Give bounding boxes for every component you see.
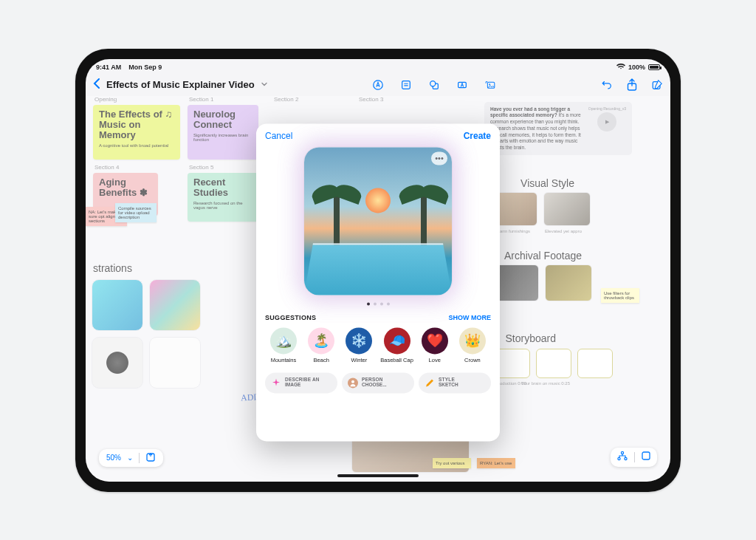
- suggestion-item[interactable]: ❤️Love: [418, 327, 452, 363]
- suggestion-item[interactable]: 🏝️Beach: [304, 327, 338, 363]
- svg-point-15: [625, 457, 627, 459]
- dot-icon: [380, 302, 383, 305]
- pill-sub: CHOOSE...: [362, 383, 387, 388]
- status-right: 100%: [616, 63, 660, 71]
- svg-point-5: [430, 81, 436, 86]
- undo-icon[interactable]: [601, 79, 613, 91]
- suggestion-label: Winter: [351, 357, 368, 363]
- suggestion-icon: ❄️: [346, 327, 372, 354]
- shapes-icon[interactable]: [428, 79, 440, 91]
- person-icon: [348, 377, 358, 388]
- title-chevron-icon[interactable]: [261, 81, 268, 89]
- view-controls: [611, 448, 657, 467]
- toolbar-right: [601, 79, 663, 91]
- toolbar-center: [372, 79, 496, 91]
- zoom-value: 50%: [106, 454, 121, 462]
- back-icon[interactable]: [93, 77, 100, 92]
- style-sketch-pill[interactable]: STYLE SKETCH: [419, 372, 491, 393]
- suggestion-item[interactable]: 👑Crown: [456, 327, 489, 363]
- org-chart-icon[interactable]: [616, 451, 628, 464]
- suggestion-icon: 🧢: [384, 327, 410, 354]
- suggestion-icon: 👑: [459, 327, 486, 354]
- generated-image-preview[interactable]: •••: [304, 147, 452, 295]
- markup-icon[interactable]: [372, 79, 384, 91]
- suggestions-label: SUGGESTIONS: [265, 314, 316, 321]
- suggestions-row: 🏔️Mountains🏝️Beach❄️Winter🧢Baseball Cap❤…: [265, 327, 491, 363]
- chevron-down-icon: ⌄: [127, 454, 133, 462]
- share-icon[interactable]: [626, 79, 638, 91]
- compose-icon[interactable]: [651, 79, 663, 91]
- zoom-control[interactable]: 50% ⌄: [99, 449, 163, 467]
- create-button[interactable]: Create: [464, 131, 491, 141]
- document-title[interactable]: Effects of Music Explainer Video: [106, 79, 255, 90]
- toolbar: Effects of Music Explainer Video: [86, 74, 670, 96]
- dot-icon: [367, 302, 370, 305]
- note-icon[interactable]: [400, 79, 412, 91]
- suggestion-label: Mountains: [271, 357, 297, 363]
- suggestion-item[interactable]: 🧢Baseball Cap: [380, 327, 414, 363]
- image-icon[interactable]: [484, 79, 496, 91]
- svg-point-8: [489, 83, 491, 85]
- dot-icon: [374, 302, 377, 305]
- suggestion-item[interactable]: 🏔️Mountains: [267, 327, 300, 363]
- describe-image-pill[interactable]: DESCRIBE AN IMAGE: [265, 372, 337, 393]
- suggestion-item[interactable]: ❄️Winter: [342, 327, 376, 363]
- textbox-icon[interactable]: [456, 79, 468, 91]
- svg-point-14: [618, 457, 620, 459]
- battery-icon: [648, 64, 660, 70]
- battery-pct: 100%: [628, 64, 645, 71]
- pill-sub: SKETCH: [439, 383, 458, 388]
- suggestion-icon: 🏝️: [308, 327, 334, 354]
- freeform-canvas[interactable]: Opening Section 1 Section 2 Section 3 Se…: [86, 96, 670, 482]
- pagination-dots[interactable]: [265, 302, 491, 305]
- suggestion-label: Baseball Cap: [380, 357, 413, 363]
- cancel-button[interactable]: Cancel: [265, 131, 292, 141]
- wifi-icon: [616, 63, 625, 71]
- status-left: 9:41 AM Mon Sep 9: [96, 64, 162, 71]
- sparkle-icon: [271, 377, 281, 388]
- suggestion-label: Love: [429, 357, 441, 363]
- suggestion-label: Beach: [314, 357, 329, 363]
- more-icon[interactable]: •••: [431, 151, 447, 165]
- status-time: 9:41 AM: [96, 64, 121, 71]
- image-generation-modal: Cancel Create •••: [256, 123, 500, 441]
- status-date: Mon Sep 9: [128, 64, 162, 71]
- fit-icon[interactable]: [145, 452, 156, 464]
- dot-icon: [387, 302, 390, 305]
- pencil-icon: [425, 377, 435, 388]
- show-more-button[interactable]: SHOW MORE: [449, 314, 492, 321]
- suggestion-label: Crown: [464, 357, 481, 363]
- svg-point-13: [621, 451, 623, 454]
- svg-point-11: [351, 380, 354, 383]
- square-icon[interactable]: [641, 451, 651, 464]
- svg-rect-16: [642, 452, 650, 459]
- svg-rect-1: [402, 81, 410, 89]
- pill-sub: IMAGE: [285, 383, 320, 388]
- status-bar: 9:41 AM Mon Sep 9 100%: [86, 59, 670, 74]
- suggestion-icon: ❤️: [422, 327, 448, 354]
- suggestion-icon: 🏔️: [270, 327, 297, 354]
- home-indicator[interactable]: [337, 474, 419, 477]
- person-choose-pill[interactable]: PERSON CHOOSE...: [342, 372, 414, 393]
